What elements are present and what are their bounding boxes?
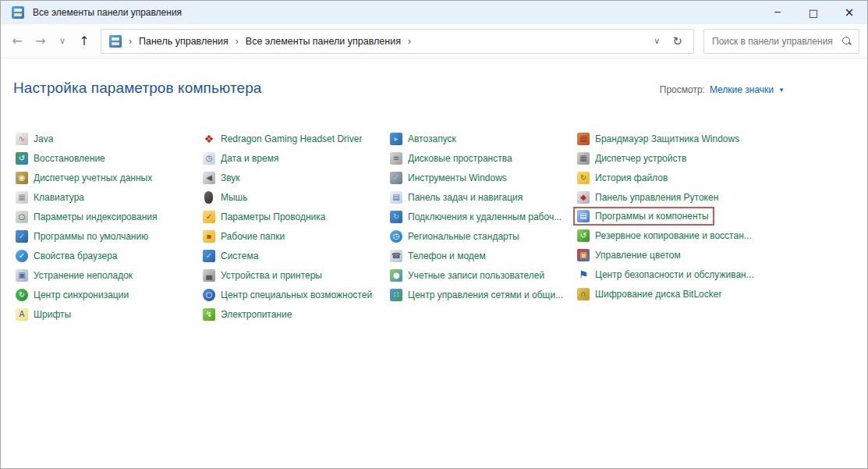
control-panel-item[interactable]: ▤Панель задач и навигация bbox=[388, 187, 525, 207]
control-panel-item-label: Центр специальных возможностей bbox=[221, 290, 372, 300]
control-panel-item[interactable]: ▣Устранение неполадок bbox=[13, 265, 135, 285]
recent-locations-button[interactable]: ∨ bbox=[52, 30, 73, 53]
control-panel-item[interactable]: ∿Java bbox=[13, 129, 55, 148]
back-button[interactable]: ← bbox=[5, 30, 29, 53]
forward-button[interactable]: → bbox=[29, 30, 52, 53]
control-panel-item-label: Автозапуск bbox=[408, 133, 456, 144]
internet-options-icon: ✓ bbox=[16, 250, 28, 262]
title-bar: Все элементы панели управления ─ □ × bbox=[1, 1, 867, 24]
control-panel-item-label: Java bbox=[34, 133, 53, 144]
items-column: ▤Брандмауэр Защитника Windows▦Диспетчер … bbox=[575, 129, 762, 324]
control-panel-item-label: Брандмауэр Защитника Windows bbox=[595, 133, 739, 144]
control-panel-item[interactable]: ❖Redragon Gaming Headset Driver bbox=[200, 129, 364, 148]
control-panel-item[interactable]: ≡Дисковые пространства bbox=[388, 148, 515, 168]
control-panel-item-label: Шрифты bbox=[34, 309, 71, 320]
control-panel-item[interactable]: ✓Программы по умолчанию bbox=[13, 226, 151, 246]
rutoken-icon: ◆ bbox=[577, 191, 590, 204]
storage-spaces-icon: ≡ bbox=[390, 152, 402, 165]
address-dropdown-icon[interactable]: ∨ bbox=[646, 33, 668, 49]
control-panel-item[interactable]: ●Учетные записи пользователей bbox=[388, 265, 547, 285]
up-button[interactable]: ↑ bbox=[73, 30, 96, 53]
items-column: ▸Автозапуск≡Дисковые пространства✓Инстру… bbox=[388, 129, 575, 324]
control-panel-item[interactable]: ✓Свойства браузера bbox=[13, 246, 120, 265]
control-panel-item[interactable]: ▪Рабочие папки bbox=[200, 226, 287, 246]
breadcrumb-control-panel[interactable]: Панель управления bbox=[139, 36, 229, 47]
device-manager-icon: ▦ bbox=[577, 152, 590, 165]
explorer-options-icon: ✓ bbox=[203, 211, 215, 223]
search-icon[interactable] bbox=[841, 36, 852, 47]
chevron-down-icon[interactable]: ▼ bbox=[778, 87, 785, 94]
control-panel-item[interactable]: ✓Параметры Проводника bbox=[200, 207, 328, 226]
control-panel-item[interactable]: ◀Звук bbox=[200, 168, 243, 187]
control-panel-item[interactable]: ▄Устройства и принтеры bbox=[200, 265, 324, 285]
control-panel-item[interactable]: ◷Региональные стандарты bbox=[388, 226, 522, 246]
view-mode-dropdown[interactable]: Мелкие значки bbox=[710, 84, 774, 95]
control-panel-item[interactable]: ↻Подключения к удаленным рабоч... bbox=[388, 207, 564, 226]
control-panel-item[interactable]: ↯Электропитание bbox=[200, 304, 294, 324]
control-panel-item-label: Диспетчер учетных данных bbox=[34, 172, 152, 183]
control-panel-item-label: Дисковые пространства bbox=[408, 153, 512, 164]
control-panel-item[interactable]: ▦Клавиатура bbox=[13, 187, 87, 207]
search-input[interactable] bbox=[704, 30, 841, 53]
control-panel-item-label: Панель задач и навигация bbox=[408, 192, 523, 203]
control-panel-item[interactable]: ▤Брандмауэр Защитника Windows bbox=[575, 129, 742, 148]
close-button[interactable]: × bbox=[831, 1, 867, 24]
control-panel-item[interactable]: ○Параметры индексирования bbox=[13, 207, 159, 226]
control-panel-item-label: Дата и время bbox=[221, 153, 278, 164]
system-icon: ✓ bbox=[203, 250, 215, 262]
file-history-icon: ↻ bbox=[577, 172, 590, 184]
control-panel-item[interactable]: ◷Дата и время bbox=[200, 148, 281, 168]
control-panel-item[interactable]: ▸Автозапуск bbox=[388, 129, 459, 148]
remote-desktop-icon: ↻ bbox=[390, 211, 402, 223]
control-panel-item[interactable]: ↻История файлов bbox=[575, 168, 670, 187]
control-panel-item[interactable]: ◆Панель управления Рутокен bbox=[575, 187, 721, 207]
control-panel-item-label: Система bbox=[221, 250, 258, 261]
control-panel-item[interactable]: ↻Центр синхронизации bbox=[13, 285, 131, 304]
credential-manager-icon: ◉ bbox=[16, 172, 28, 184]
control-panel-item-label: Шифрование диска BitLocker bbox=[595, 289, 721, 300]
taskbar-navigation-icon: ▤ bbox=[390, 191, 402, 204]
phone-modem-icon: ☎ bbox=[390, 250, 402, 262]
page-title: Настройка параметров компьютера bbox=[13, 80, 261, 97]
sound-icon: ◀ bbox=[203, 172, 215, 184]
maximize-button[interactable]: □ bbox=[795, 1, 831, 24]
backup-restore-icon: ↺ bbox=[577, 229, 590, 242]
control-panel-item[interactable]: AШрифты bbox=[13, 304, 73, 324]
control-panel-item[interactable]: ↺Восстановление bbox=[13, 148, 108, 168]
page-header: Настройка параметров компьютера Просмотр… bbox=[13, 80, 855, 97]
control-panel-item-label: Учетные записи пользователей bbox=[408, 270, 544, 281]
control-panel-item[interactable]: ◉Диспетчер учетных данных bbox=[13, 168, 154, 187]
control-panel-item[interactable]: ▦Диспетчер устройств bbox=[575, 148, 689, 168]
control-panel-item[interactable]: ▣Управление цветом bbox=[575, 245, 683, 265]
control-panel-item[interactable]: ✓Система bbox=[200, 246, 260, 265]
window-controls: ─ □ × bbox=[760, 1, 867, 24]
control-panel-item[interactable]: ⚑Центр безопасности и обслуживан... bbox=[575, 265, 756, 284]
control-panel-item-label: Телефон и модем bbox=[408, 250, 486, 261]
control-panel-item[interactable]: ✓Инструменты Windows bbox=[388, 168, 509, 187]
control-panel-item-label: Устранение неполадок bbox=[34, 270, 133, 281]
control-panel-item[interactable]: ☎Телефон и модем bbox=[388, 246, 488, 265]
view-label: Просмотр: bbox=[660, 84, 705, 95]
control-panel-item[interactable]: ∩Шифрование диска BitLocker bbox=[575, 284, 724, 304]
region-icon: ◷ bbox=[390, 230, 402, 243]
power-options-icon: ↯ bbox=[203, 308, 215, 321]
refresh-icon[interactable]: ↻ bbox=[668, 33, 687, 50]
control-panel-item-label: Резервное копирование и восстан... bbox=[595, 230, 752, 241]
control-panel-item-label: Центр безопасности и обслуживан... bbox=[595, 269, 754, 280]
control-panel-item-label: Восстановление bbox=[34, 153, 105, 164]
address-bar[interactable]: › Панель управления › Все элементы панел… bbox=[101, 29, 694, 54]
control-panel-item[interactable]: Мышь bbox=[200, 187, 250, 207]
control-panel-item-label: Центр синхронизации bbox=[34, 290, 129, 300]
control-panel-item[interactable]: ↺Резервное копирование и восстан... bbox=[575, 226, 754, 245]
control-panel-item-label: Инструменты Windows bbox=[408, 172, 507, 183]
control-panel-item-label: Подключения к удаленным рабоч... bbox=[408, 211, 562, 222]
window-title: Все элементы панели управления bbox=[33, 7, 182, 18]
minimize-button[interactable]: ─ bbox=[760, 1, 795, 24]
troubleshooting-icon: ▣ bbox=[16, 269, 28, 282]
control-panel-item[interactable]: ▤Программы и компоненты bbox=[573, 207, 714, 226]
control-panel-item[interactable]: ○Центр специальных возможностей bbox=[200, 285, 374, 304]
windows-tools-icon: ✓ bbox=[390, 172, 402, 184]
items-grid: ∿Java↺Восстановление◉Диспетчер учетных д… bbox=[13, 129, 855, 324]
control-panel-item[interactable]: ∷Центр управления сетями и общи... bbox=[388, 285, 565, 304]
breadcrumb-all-items[interactable]: Все элементы панели управления bbox=[246, 36, 401, 47]
